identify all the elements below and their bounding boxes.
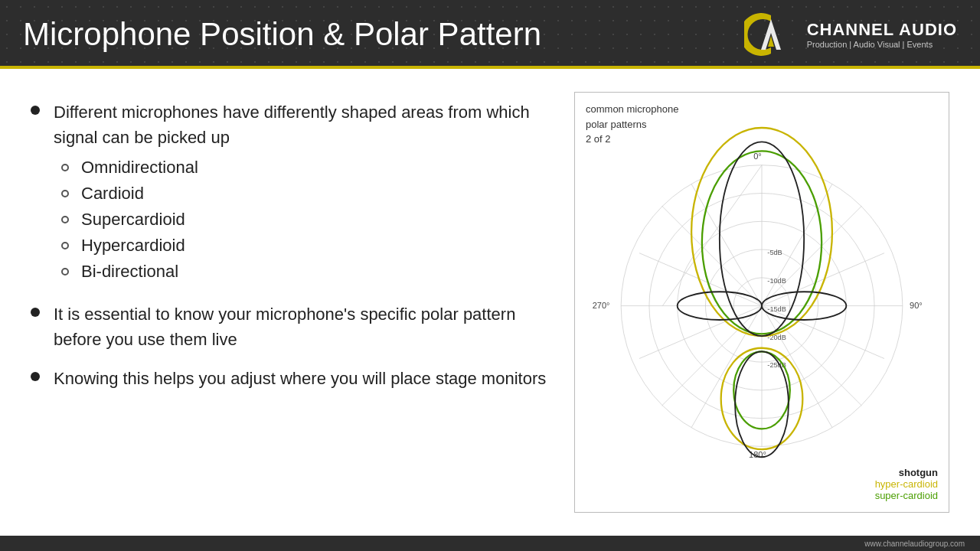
legend-shotgun: shotgun (875, 467, 938, 478)
bullet-dot-2 (31, 308, 40, 317)
logo-tagline: Production | Audio Visual | Events (807, 40, 957, 49)
bullet-item-3: Knowing this helps you adjust where you … (31, 366, 559, 391)
svg-text:180°: 180° (749, 450, 766, 459)
sub-bullet-circle (61, 268, 69, 276)
bullet-content-1: Different microphones have differently s… (54, 99, 559, 150)
sub-bullet-label-hypercardioid: Hypercardioid (81, 236, 185, 256)
logo-area: CHANNEL AUDIO Production | Audio Visual … (744, 11, 957, 57)
svg-text:-10dB: -10dB (767, 277, 786, 285)
bullet-content-2: It is essential to know your microphone'… (54, 302, 559, 352)
bullet-text-1: Different microphones have differently s… (54, 99, 559, 288)
logo-text: CHANNEL AUDIO Production | Audio Visual … (807, 20, 957, 49)
bullet-item-1: Different microphones have differently s… (31, 99, 559, 288)
diagram-title-2: polar patterns (586, 119, 647, 130)
diagram-container: common microphone polar patterns 2 of 2 (574, 92, 949, 513)
legend-hyper: hyper-cardioid (875, 478, 938, 490)
page-title: Microphone Position & Polar Pattern (23, 16, 744, 53)
polar-diagram: -5dB -10dB -15dB -20dB -25dB 0° 90° 180°… (584, 102, 939, 503)
sub-bullet-omnidirectional: Omnidirectional (61, 158, 559, 178)
footer: www.channelaudiogroup.com (0, 536, 980, 551)
sub-bullet-label-cardioid: Cardioid (81, 184, 144, 204)
sub-bullets-1: Omnidirectional Cardioid Supercardioid H… (61, 158, 559, 282)
sub-bullet-circle (61, 164, 69, 171)
sub-bullet-supercardioid: Supercardioid (61, 210, 559, 230)
bullet-item-2: It is essential to know your microphone'… (31, 302, 559, 352)
footer-url: www.channelaudiogroup.com (864, 540, 965, 548)
sub-bullet-cardioid: Cardioid (61, 184, 559, 204)
sub-bullet-circle (61, 190, 69, 197)
left-content: Different microphones have differently s… (31, 92, 559, 513)
main-content: Different microphones have differently s… (0, 69, 980, 536)
bullet-dot-1 (31, 106, 40, 115)
legend-super: super-cardioid (875, 490, 938, 501)
svg-text:0°: 0° (753, 152, 762, 161)
bullet-content-3: Knowing this helps you adjust where you … (54, 366, 546, 391)
diagram-title-1: common microphone (586, 103, 678, 115)
sub-bullet-hypercardioid: Hypercardioid (61, 236, 559, 256)
svg-text:-15dB: -15dB (767, 305, 786, 313)
bullet-dot-3 (31, 372, 40, 381)
diagram-legend: shotgun hyper-cardioid super-cardioid (875, 467, 938, 501)
sub-bullet-circle (61, 242, 69, 249)
svg-text:-5dB: -5dB (767, 249, 782, 256)
sub-bullet-bidirectional: Bi-directional (61, 262, 559, 282)
header: Microphone Position & Polar Pattern CHAN… (0, 0, 980, 69)
sub-bullet-label-supercardioid: Supercardioid (81, 210, 185, 230)
sub-bullet-label-omnidirectional: Omnidirectional (81, 158, 198, 178)
svg-text:90°: 90° (910, 301, 923, 310)
logo-icon (744, 11, 798, 57)
diagram-title-3: 2 of 2 (586, 133, 611, 145)
diagram-label: common microphone polar patterns 2 of 2 (586, 102, 678, 147)
sub-bullet-label-bidirectional: Bi-directional (81, 262, 178, 282)
logo-name: CHANNEL AUDIO (807, 20, 957, 40)
sub-bullet-circle (61, 216, 69, 223)
svg-text:270°: 270° (593, 301, 610, 310)
